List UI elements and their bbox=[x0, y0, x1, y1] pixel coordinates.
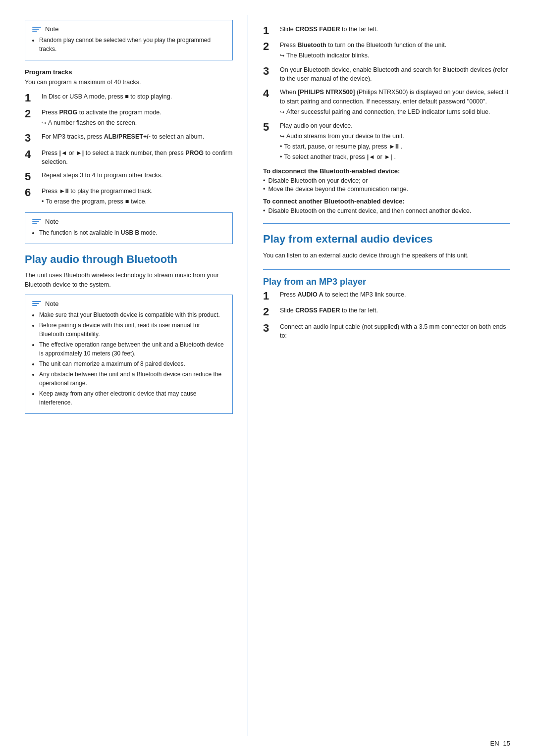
mp3-step-num-1: 1 bbox=[263, 290, 277, 302]
step-content-4: Press |◄ or ►| to select a track number,… bbox=[42, 149, 233, 167]
mp3-steps-list: 1 Press AUDIO A to select the MP3 link s… bbox=[263, 290, 510, 341]
step-num-1: 1 bbox=[25, 92, 39, 104]
mp3-step-1: 1 Press AUDIO A to select the MP3 link s… bbox=[263, 290, 510, 302]
mp3-step-2: 2 Slide CROSS FADER to the far left. bbox=[263, 306, 510, 318]
left-column: Note Random play cannot be selected when… bbox=[0, 15, 248, 736]
footer-lang: EN bbox=[490, 740, 499, 747]
note-item-3-5: Keep away from any other electronic devi… bbox=[39, 389, 225, 407]
bt-step-num-5: 5 bbox=[263, 121, 277, 133]
note-icon-2 bbox=[32, 219, 41, 224]
note-icon-3 bbox=[32, 301, 41, 306]
mp3-step-content-1: Press AUDIO A to select the MP3 link sou… bbox=[280, 290, 510, 300]
step-6-sub: To erase the program, press ■ twice. bbox=[42, 197, 233, 206]
note-box-2: Note The function is not available in US… bbox=[25, 212, 233, 244]
note-label-3: Note bbox=[45, 300, 58, 307]
bt-step-5: 5 Play audio on your device. Audio strea… bbox=[263, 121, 510, 162]
step-content-1: In Disc or USB A mode, press ■ to stop p… bbox=[42, 92, 233, 101]
bt-step-5-sub2: To start, pause, or resume play, press ►… bbox=[280, 142, 510, 151]
program-step-2: 2 Press PROG to activate the program mod… bbox=[25, 108, 233, 129]
note-list-1: Random play cannot be selected when you … bbox=[32, 36, 225, 53]
bluetooth-heading: Play audio through Bluetooth bbox=[25, 253, 233, 266]
note-label-1: Note bbox=[45, 25, 58, 33]
disconnect-list: •Disable Bluetooth on your device; or •M… bbox=[263, 177, 510, 193]
page-footer: EN 15 bbox=[490, 740, 510, 747]
note-item-3-0: Make sure that your Bluetooth device is … bbox=[39, 310, 225, 319]
right-column: 1 Slide CROSS FADER to the far left. 2 P… bbox=[248, 15, 535, 736]
mp3-step-num-2: 2 bbox=[263, 306, 277, 318]
step-content-6: Press ►II to play the programmed track. … bbox=[42, 187, 233, 207]
mp3-heading: Play from an MP3 player bbox=[263, 277, 510, 288]
step-num-6: 6 bbox=[25, 187, 39, 199]
step-content-3: For MP3 tracks, press ALB/PRESET+/- to s… bbox=[42, 132, 233, 142]
note-item-2: The function is not available in USB B m… bbox=[39, 228, 225, 237]
bt-step-4-sub: After successful pairing and connection,… bbox=[280, 107, 510, 117]
step-num-5: 5 bbox=[25, 171, 39, 183]
bt-step-1: 1 Slide CROSS FADER to the far left. bbox=[263, 25, 510, 37]
external-intro: You can listen to an external audio devi… bbox=[263, 251, 510, 260]
bt-step-3: 3 On your Bluetooth device, enable Bluet… bbox=[263, 65, 510, 84]
note-item-3-2: The effective operation range between th… bbox=[39, 340, 225, 358]
note-icon-1 bbox=[32, 27, 41, 32]
mp3-step-num-3: 3 bbox=[263, 322, 277, 334]
program-step-4: 4 Press |◄ or ►| to select a track numbe… bbox=[25, 149, 233, 167]
step-content-2: Press PROG to activate the program mode.… bbox=[42, 108, 233, 129]
connect-another-item-0: •Disable Bluetooth on the current device… bbox=[263, 207, 510, 214]
note-item-3-1: Before pairing a device with this unit, … bbox=[39, 321, 225, 339]
bt-step-4: 4 When [PHILIPS NTRX500] (Philips NTRX50… bbox=[263, 88, 510, 117]
program-step-6: 6 Press ►II to play the programmed track… bbox=[25, 187, 233, 207]
bt-step-content-2: Press Bluetooth to turn on the Bluetooth… bbox=[280, 41, 510, 61]
bluetooth-intro: The unit uses Bluetooth wireless technol… bbox=[25, 271, 233, 290]
note-label-2: Note bbox=[45, 218, 58, 225]
section-intro-program: You can program a maximum of 40 tracks. bbox=[25, 78, 233, 87]
bt-step-content-1: Slide CROSS FADER to the far left. bbox=[280, 25, 510, 34]
bt-step-2-sub: The Bluetooth indicator blinks. bbox=[280, 51, 510, 60]
program-step-5: 5 Repeat steps 3 to 4 to program other t… bbox=[25, 171, 233, 183]
disconnect-item-0: •Disable Bluetooth on your device; or bbox=[263, 177, 510, 184]
bt-step-num-1: 1 bbox=[263, 25, 277, 37]
connect-another-label: To connect another Bluetooth-enabled dev… bbox=[263, 198, 510, 205]
bt-step-num-3: 3 bbox=[263, 65, 277, 77]
disconnect-label: To disconnect the Bluetooth-enabled devi… bbox=[263, 167, 510, 175]
bt-step-content-5: Play audio on your device. Audio streams… bbox=[280, 121, 510, 162]
note-list-3: Make sure that your Bluetooth device is … bbox=[32, 310, 225, 407]
section-title-program: Program tracks bbox=[25, 68, 233, 76]
divider-1 bbox=[263, 223, 510, 224]
note-list-2: The function is not available in USB B m… bbox=[32, 228, 225, 237]
mp3-step-content-2: Slide CROSS FADER to the far left. bbox=[280, 306, 510, 315]
step-content-5: Repeat steps 3 to 4 to program other tra… bbox=[42, 171, 233, 180]
note-header-1: Note bbox=[32, 25, 225, 33]
bt-step-num-4: 4 bbox=[263, 88, 277, 100]
disconnect-item-1: •Move the device beyond the communicatio… bbox=[263, 186, 510, 193]
bt-step-5-sub3: To select another track, press |◄ or ►|. bbox=[280, 152, 510, 162]
bt-step-2: 2 Press Bluetooth to turn on the Bluetoo… bbox=[263, 41, 510, 61]
step-num-3: 3 bbox=[25, 132, 39, 144]
external-heading: Play from external audio devices bbox=[263, 233, 510, 246]
bt-step-5-sub1: Audio streams from your device to the un… bbox=[280, 132, 510, 141]
note-header-2: Note bbox=[32, 218, 225, 225]
step-2-sub: A number flashes on the screen. bbox=[42, 118, 233, 128]
note-box-3: Note Make sure that your Bluetooth devic… bbox=[25, 295, 233, 414]
bt-step-content-4: When [PHILIPS NTRX500] (Philips NTRX500)… bbox=[280, 88, 510, 117]
connect-another-list: •Disable Bluetooth on the current device… bbox=[263, 207, 510, 214]
note-item: Random play cannot be selected when you … bbox=[39, 36, 225, 53]
footer-page: 15 bbox=[503, 740, 510, 747]
program-step-3: 3 For MP3 tracks, press ALB/PRESET+/- to… bbox=[25, 132, 233, 144]
program-steps-list: 1 In Disc or USB A mode, press ■ to stop… bbox=[25, 92, 233, 207]
divider-2 bbox=[263, 269, 510, 270]
note-header-3: Note bbox=[32, 300, 225, 307]
note-item-3-4: Any obstacle between the unit and a Blue… bbox=[39, 370, 225, 388]
bt-step-content-3: On your Bluetooth device, enable Bluetoo… bbox=[280, 65, 510, 84]
step-num-4: 4 bbox=[25, 149, 39, 160]
note-item-3-3: The unit can memorize a maximum of 8 pai… bbox=[39, 359, 225, 368]
mp3-step-3: 3 Connect an audio input cable (not supp… bbox=[263, 322, 510, 341]
note-box-1: Note Random play cannot be selected when… bbox=[25, 20, 233, 60]
mp3-step-content-3: Connect an audio input cable (not suppli… bbox=[280, 322, 510, 341]
step-num-2: 2 bbox=[25, 108, 39, 120]
program-step-1: 1 In Disc or USB A mode, press ■ to stop… bbox=[25, 92, 233, 104]
bt-steps-list: 1 Slide CROSS FADER to the far left. 2 P… bbox=[263, 25, 510, 162]
bt-step-num-2: 2 bbox=[263, 41, 277, 52]
